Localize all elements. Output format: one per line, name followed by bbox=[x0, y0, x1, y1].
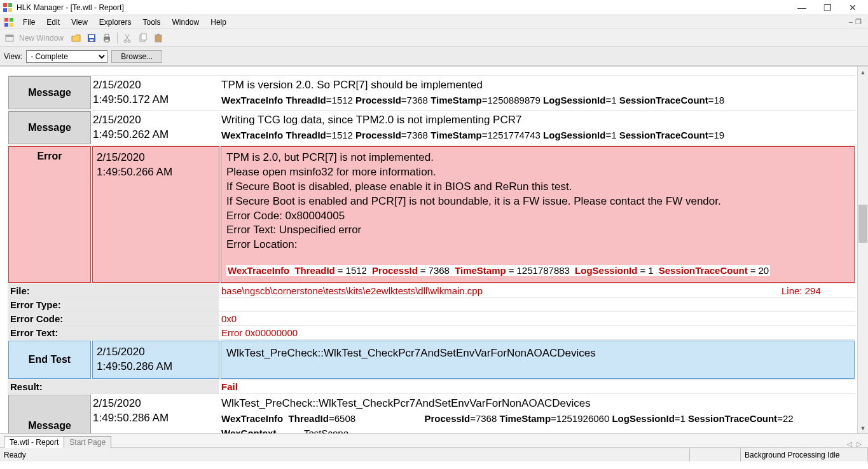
minimize-button[interactable]: — bbox=[794, 3, 809, 13]
mdi-icon bbox=[4, 17, 14, 27]
mdi-minimize-button[interactable]: – bbox=[849, 18, 853, 26]
detail-error-code: Error Code: 0x0 bbox=[8, 312, 855, 326]
row-message: WlkTest_PreCheck::WlkTest_CheckPcr7AndSe… bbox=[219, 394, 855, 433]
svg-rect-2 bbox=[3, 8, 7, 12]
detail-file: File: base\ngscb\cornerstone\tests\kits\… bbox=[8, 284, 855, 298]
svg-rect-21 bbox=[157, 34, 160, 36]
svg-rect-6 bbox=[4, 23, 8, 27]
detail-error-type: Error Type: bbox=[8, 298, 855, 312]
svg-rect-1 bbox=[8, 3, 12, 7]
row-message: TPM is version 2.0. So PCR[7] should be … bbox=[219, 76, 855, 110]
row-message: TPM is 2.0, but PCR[7] is not implemente… bbox=[221, 146, 855, 283]
svg-rect-20 bbox=[155, 35, 162, 42]
row-message: WlkTest_PreCheck::WlkTest_CheckPcr7AndSe… bbox=[221, 341, 855, 379]
print-icon[interactable] bbox=[100, 32, 113, 44]
row-type-badge: End Test bbox=[8, 341, 91, 379]
view-bar: View: - Complete Browse... bbox=[0, 47, 868, 66]
log-row-message: Message 2/15/20201:49:50.172 AM TPM is v… bbox=[8, 76, 855, 111]
status-bar: Ready Background Processing Idle bbox=[0, 447, 868, 461]
report-area: 1:49:50.172 AM WexTraceInfo ThreadId=151… bbox=[0, 66, 868, 433]
svg-rect-3 bbox=[8, 8, 12, 12]
status-mid bbox=[690, 448, 741, 461]
mdi-controls: – ❐ bbox=[849, 18, 864, 26]
status-right: Background Processing Idle bbox=[741, 448, 868, 461]
log-row-partial-top: 1:49:50.172 AM WexTraceInfo ThreadId=151… bbox=[8, 67, 855, 76]
error-trace: WexTraceInfo ThreadId=1512 ProcessId=736… bbox=[226, 265, 770, 276]
svg-rect-7 bbox=[10, 23, 13, 27]
tab-start-page[interactable]: Start Page bbox=[64, 436, 111, 448]
tab-nav-arrows[interactable]: ◁ ▷ bbox=[847, 440, 868, 447]
scroll-track[interactable] bbox=[858, 78, 868, 423]
menu-explorers[interactable]: Explorers bbox=[94, 17, 137, 28]
menu-file[interactable]: File bbox=[18, 17, 40, 28]
row-timestamp: 2/15/20201:49:50.262 AM bbox=[92, 111, 219, 145]
copy-icon bbox=[137, 32, 149, 44]
svg-rect-4 bbox=[4, 18, 8, 22]
mdi-restore-button[interactable]: ❐ bbox=[855, 18, 862, 26]
menu-help[interactable]: Help bbox=[205, 17, 231, 28]
close-button[interactable]: ✕ bbox=[845, 3, 860, 13]
cut-icon bbox=[121, 32, 134, 44]
detail-error-text: Error Text: Error 0x00000000 bbox=[8, 326, 855, 340]
row-message: Writing TCG log data, since TPM2.0 is no… bbox=[219, 111, 855, 145]
row-timestamp: 2/15/20201:49:50.286 AM bbox=[92, 394, 219, 433]
row-type-badge: Message bbox=[8, 76, 91, 109]
svg-rect-14 bbox=[105, 34, 109, 37]
svg-rect-0 bbox=[3, 3, 7, 7]
scroll-thumb[interactable] bbox=[858, 205, 867, 243]
menu-edit[interactable]: Edit bbox=[41, 17, 65, 28]
svg-rect-9 bbox=[6, 35, 13, 37]
window-controls: — ❐ ✕ bbox=[794, 3, 865, 13]
menu-bar: File Edit View Explorers Tools Window He… bbox=[0, 15, 868, 29]
browse-button[interactable]: Browse... bbox=[111, 50, 162, 63]
scroll-up-arrow-icon[interactable]: ▲ bbox=[858, 67, 868, 78]
row-type-badge: Message bbox=[8, 395, 91, 433]
window-title: HLK Manager - [Te.wtl - Report] bbox=[17, 3, 794, 12]
save-icon[interactable] bbox=[85, 32, 98, 44]
log-row-error: Error 2/15/20201:49:50.266 AM TPM is 2.0… bbox=[8, 146, 855, 285]
toolbar-separator bbox=[117, 32, 118, 44]
svg-rect-15 bbox=[105, 39, 109, 42]
document-tab-bar: Te.wtl - Report Start Page ◁ ▷ bbox=[0, 433, 868, 447]
app-icon bbox=[3, 3, 13, 13]
svg-rect-5 bbox=[10, 18, 13, 22]
maximize-button[interactable]: ❐ bbox=[820, 3, 835, 13]
log-row-message: Message 2/15/20201:49:50.262 AM Writing … bbox=[8, 111, 855, 146]
status-left: Ready bbox=[0, 448, 690, 461]
scroll-down-arrow-icon[interactable]: ▼ bbox=[858, 423, 868, 433]
menu-window[interactable]: Window bbox=[167, 17, 205, 28]
row-type-badge: Message bbox=[8, 111, 91, 144]
open-icon[interactable] bbox=[70, 32, 83, 44]
row-type-badge: Error bbox=[8, 146, 91, 283]
vertical-scrollbar[interactable]: ▲ ▼ bbox=[857, 67, 868, 433]
tab-report[interactable]: Te.wtl - Report bbox=[4, 436, 64, 448]
row-timestamp: 2/15/20201:49:50.286 AM bbox=[92, 341, 219, 379]
paste-icon bbox=[152, 32, 165, 44]
log-row-end-test: End Test 2/15/20201:49:50.286 AM WlkTest… bbox=[8, 340, 855, 380]
menu-tools[interactable]: Tools bbox=[138, 17, 166, 28]
new-window-button: New Window bbox=[19, 34, 67, 43]
log-row-message: Message 2/15/20201:49:50.286 AM WlkTest_… bbox=[8, 394, 855, 433]
row-timestamp: 2/15/20201:49:50.172 AM bbox=[92, 76, 219, 110]
row-timestamp: 2/15/20201:49:50.266 AM bbox=[92, 146, 219, 283]
toolbar: New Window bbox=[0, 29, 868, 47]
svg-rect-19 bbox=[141, 34, 146, 40]
view-label: View: bbox=[4, 52, 22, 61]
svg-rect-12 bbox=[90, 39, 93, 41]
title-bar: HLK Manager - [Te.wtl - Report] — ❐ ✕ bbox=[0, 0, 868, 15]
view-select[interactable]: - Complete bbox=[26, 50, 107, 63]
detail-result: Result: Fail bbox=[8, 380, 855, 394]
svg-rect-11 bbox=[89, 35, 94, 38]
menu-view[interactable]: View bbox=[66, 17, 93, 28]
new-window-icon bbox=[4, 32, 17, 44]
